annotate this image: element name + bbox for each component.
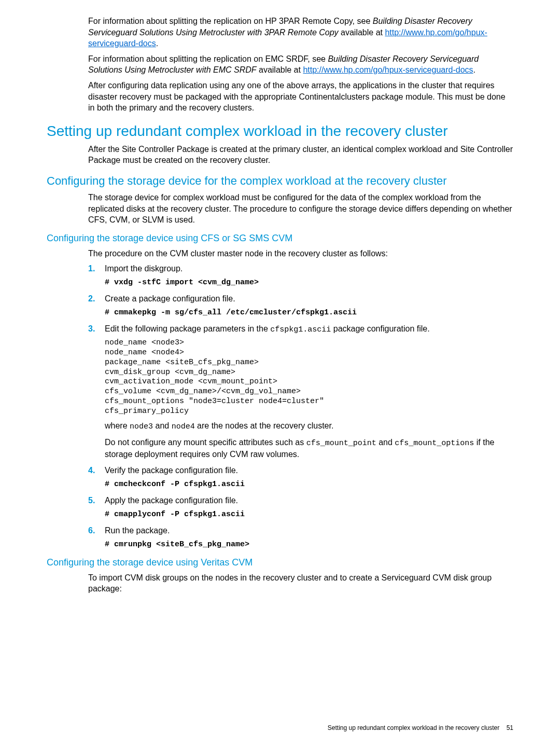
- heading-config-cfs-cvm: Configuring the storage device using CFS…: [47, 233, 513, 244]
- intro-p3: After configuring data replication using…: [88, 80, 513, 114]
- step-3-note: Do not configure any mount specific attr…: [105, 437, 513, 460]
- intro-p2-b: available at: [259, 65, 303, 74]
- intro-p1-c: .: [156, 39, 158, 48]
- step-3-where-mid: and: [153, 421, 172, 430]
- step-3-where-code1: node3: [130, 422, 153, 431]
- footer-page: 51: [507, 724, 513, 731]
- step-2: Create a package configuration file. # c…: [88, 293, 513, 318]
- step-6-code: # cmrunpkg <siteB_cfs_pkg_name>: [105, 540, 513, 550]
- intro-p2-c: .: [473, 65, 475, 74]
- step-1-code: # vxdg -stfC import <cvm_dg_name>: [105, 278, 513, 288]
- step-3-where-b: are the nodes at the recovery cluster.: [195, 421, 334, 430]
- intro-p1: For information about splitting the repl…: [88, 16, 513, 49]
- step-3-note-code1: cfs_mount_point: [306, 439, 376, 448]
- footer-text: Setting up redundant complex workload in…: [328, 724, 500, 731]
- step-6: Run the package. # cmrunpkg <siteB_cfs_p…: [88, 525, 513, 550]
- step-5-code: # cmapplyconf -P cfspkg1.ascii: [105, 509, 513, 520]
- step-3-code-block: node_name <node3> node_name <node4> pack…: [105, 338, 513, 416]
- step-6-text: Run the package.: [105, 526, 170, 535]
- step-5-text: Apply the package configuration file.: [105, 496, 238, 505]
- step-3-note-mid: and: [376, 438, 395, 447]
- step-3-note-code2: cfs_mount_options: [395, 439, 474, 448]
- step-2-code: # cmmakepkg -m sg/cfs_all /etc/cmcluster…: [105, 308, 513, 318]
- step-3-where-code2: node4: [172, 422, 195, 431]
- h2-para: The storage device for complex workload …: [88, 192, 513, 226]
- step-3-text-b: package configuration file.: [331, 324, 429, 333]
- step-5: Apply the package configuration file. # …: [88, 495, 513, 520]
- steps-list-cfs: Import the diskgroup. # vxdg -stfC impor…: [88, 263, 513, 550]
- h3a-intro: The procedure on the CVM cluster master …: [88, 248, 513, 259]
- step-3-note-a: Do not configure any mount specific attr…: [105, 438, 306, 447]
- step-1: Import the diskgroup. # vxdg -stfC impor…: [88, 263, 513, 288]
- step-3-where-a: where: [105, 421, 130, 430]
- step-3: Edit the following package parameters in…: [88, 323, 513, 460]
- step-2-text: Create a package configuration file.: [105, 294, 235, 303]
- step-4: Verify the package configuration file. #…: [88, 465, 513, 490]
- step-3-where: where node3 and node4 are the nodes at t…: [105, 420, 513, 432]
- heading-config-storage: Configuring the storage device for the c…: [47, 174, 513, 188]
- intro-p1-a: For information about splitting the repl…: [88, 17, 373, 25]
- step-1-text: Import the diskgroup.: [105, 264, 183, 273]
- intro-p2-a: For information about splitting the repl…: [88, 54, 328, 63]
- intro-p2-link[interactable]: http://www.hp.com/go/hpux-serviceguard-d…: [303, 65, 473, 74]
- h1-para: After the Site Controller Package is cre…: [88, 144, 513, 166]
- h3b-para: To import CVM disk groups on the nodes i…: [88, 572, 513, 595]
- page-footer: Setting up redundant complex workload in…: [328, 724, 513, 731]
- step-3-inline-code: cfspkg1.ascii: [270, 325, 331, 334]
- step-4-text: Verify the package configuration file.: [105, 466, 238, 475]
- intro-p1-b: available at: [341, 28, 385, 37]
- intro-p2: For information about splitting the repl…: [88, 53, 513, 76]
- step-4-code: # cmcheckconf -P cfspkg1.ascii: [105, 479, 513, 490]
- heading-setup-redundant: Setting up redundant complex workload in…: [47, 123, 513, 140]
- heading-config-veritas: Configuring the storage device using Ver…: [47, 557, 513, 568]
- step-3-text-a: Edit the following package parameters in…: [105, 324, 270, 333]
